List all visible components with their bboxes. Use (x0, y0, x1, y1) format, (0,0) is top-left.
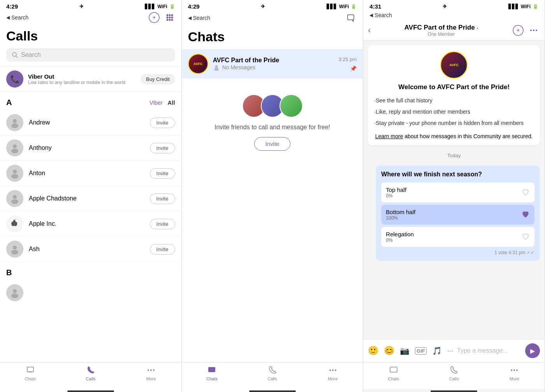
compose-icon[interactable] (345, 12, 357, 24)
back-button-3[interactable]: Search (369, 12, 392, 18)
svg-point-6 (169, 17, 171, 19)
nav-bar-1: Search + (0, 11, 181, 25)
chat-header-subtitle: One Member (374, 32, 509, 37)
nav-item-calls-3[interactable]: Calls (424, 366, 484, 381)
message-input[interactable]: Type a message... (457, 344, 521, 357)
nav-label-more-2: More (328, 376, 338, 381)
nav-item-chats-3[interactable]: Chats (363, 366, 424, 381)
calls-icon-3 (449, 366, 459, 375)
gif-icon[interactable]: GIF (415, 347, 427, 355)
back-arrow[interactable]: ‹ (368, 25, 371, 35)
welcome-point-3: ·Stay private - your phone number is hid… (374, 118, 534, 128)
svg-point-10 (171, 19, 173, 21)
nav-label-chats-3: Chats (388, 376, 399, 381)
nav-icons-1: + (149, 12, 175, 23)
chat-time: 3:25 pm (338, 56, 357, 62)
viber-title: Viber Out (28, 73, 136, 80)
buy-credit-button[interactable]: Buy Credit (141, 74, 175, 84)
location-icon: ✈ (79, 4, 84, 9)
add-member-icon[interactable]: + (512, 24, 524, 37)
option-label-3: Relegation (386, 231, 414, 237)
svg-point-5 (166, 17, 168, 19)
svg-rect-40 (390, 367, 397, 372)
invite-big-button[interactable]: Invite (254, 137, 291, 151)
nav-item-more-1[interactable]: More (121, 366, 181, 381)
more-icon-3 (510, 366, 519, 375)
more-icon-1 (146, 366, 156, 375)
svg-text:+: + (152, 14, 156, 21)
nav-bar-2: Search (182, 11, 363, 26)
nav-item-calls-2[interactable]: Calls (242, 366, 302, 381)
sticker-icon[interactable]: 😊 (384, 346, 394, 356)
list-item[interactable]: Apple Inc. Invite (0, 211, 181, 237)
status-icons-3: ▋▋▋ WiFi 🔋 (508, 4, 538, 9)
battery-icon: 🔋 (169, 4, 175, 9)
left-input-icons: 🙂 😊 📷 GIF 🎵 ··· (368, 346, 453, 356)
chat-list-item[interactable]: AVFC AVFC Part of the Pride No Messages … (182, 49, 363, 79)
signal-icon: ▋▋▋ (145, 4, 155, 9)
welcome-point-2: ·Like, reply and mention other members (374, 107, 534, 117)
grid-icon[interactable] (164, 12, 175, 23)
avatar (6, 114, 23, 131)
svg-rect-28 (348, 15, 354, 20)
nav-label-calls-1: Calls (86, 376, 95, 381)
more-dots-icon[interactable] (527, 24, 540, 37)
chat-detail-screen: 4:31 ✈ ▋▋▋ WiFi 🔋 Search ‹ AVFC Part of … (363, 0, 545, 392)
heart-icon-1[interactable] (521, 188, 530, 197)
svg-point-29 (215, 65, 218, 68)
invite-button[interactable]: Invite (150, 143, 175, 153)
search-bar-1[interactable]: Search (6, 48, 175, 62)
nav-item-more-3[interactable]: More (484, 366, 545, 381)
avatar (6, 139, 23, 156)
nav-item-more-2[interactable]: More (302, 366, 363, 381)
heart-icon-2[interactable] (521, 210, 530, 219)
svg-point-43 (516, 369, 518, 371)
nav-item-chats-1[interactable]: Chats (0, 366, 60, 381)
invite-button[interactable]: Invite (150, 244, 175, 255)
nav-item-calls-1[interactable]: Calls (60, 366, 121, 381)
invite-button[interactable]: Invite (150, 118, 175, 128)
filter-viber[interactable]: Viber (149, 99, 163, 106)
filter-all[interactable]: All (168, 99, 175, 106)
contact-name: Anthony (29, 144, 144, 151)
list-item[interactable]: Anton Invite (0, 161, 181, 186)
list-item[interactable]: Apple Chadstone Invite (0, 186, 181, 211)
learn-more: Learn more about how messages in this Co… (374, 133, 534, 139)
list-item[interactable]: Ash Invite (0, 237, 181, 262)
invite-button[interactable]: Invite (150, 193, 175, 204)
camera-icon[interactable]: 📷 (400, 346, 410, 355)
nav-item-chats-2[interactable]: Chats (182, 366, 242, 381)
option-percent-3: 0% (386, 237, 414, 243)
svg-point-26 (150, 369, 152, 371)
time-1: 4:29 (6, 3, 18, 10)
emoji-icon[interactable]: 🙂 (368, 346, 378, 356)
invite-button[interactable]: Invite (150, 219, 175, 229)
nav-label-calls-2: Calls (267, 376, 277, 381)
poll-option-1[interactable]: Top half 0% (381, 183, 534, 202)
list-item[interactable]: Anthony Invite (0, 135, 181, 161)
poll-option-2[interactable]: Bottom half 100% (381, 205, 534, 225)
add-contact-icon[interactable]: + (149, 12, 160, 23)
more-attach-icon[interactable]: ··· (447, 347, 453, 355)
viber-banner: 📞 Viber Out Low rates to any landline or… (0, 66, 181, 92)
option-percent-1: 0% (386, 193, 406, 199)
pin-icon: 📌 (350, 65, 357, 72)
svg-point-30 (214, 68, 219, 71)
contact-name: Apple Inc. (29, 220, 144, 227)
back-button-1[interactable]: Search (6, 14, 28, 21)
back-button-2[interactable]: Search (188, 15, 210, 21)
send-button[interactable]: ▶ (525, 343, 540, 358)
poll-option-3[interactable]: Relegation 0% (381, 227, 534, 247)
contact-name: Ash (29, 246, 144, 253)
list-item-partial[interactable] (0, 280, 181, 305)
svg-point-23 (13, 289, 17, 293)
calls-screen: 4:29 ✈ ▋▋▋ WiFi 🔋 Search + (0, 0, 182, 392)
chat-info: AVFC Part of the Pride No Messages (213, 57, 334, 71)
heart-icon-3[interactable] (521, 232, 530, 241)
invite-button[interactable]: Invite (150, 168, 175, 179)
chats-icon-3 (389, 366, 398, 375)
option-label-1: Top half (386, 186, 406, 193)
waveform-icon[interactable]: 🎵 (432, 346, 442, 355)
list-item[interactable]: Andrew Invite (0, 110, 181, 135)
learn-more-link[interactable]: Learn more (375, 133, 403, 139)
